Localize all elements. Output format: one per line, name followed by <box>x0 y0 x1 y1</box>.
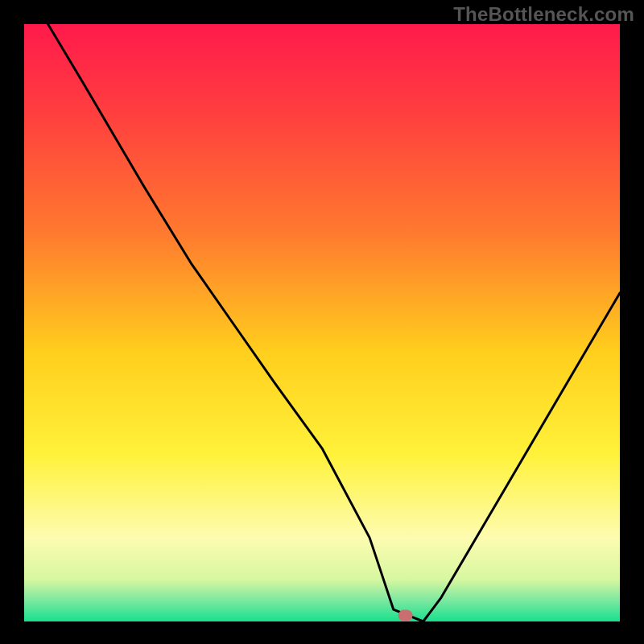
watermark-text: TheBottleneck.com <box>453 3 634 26</box>
optimal-marker <box>398 610 413 621</box>
plot-background <box>24 24 620 621</box>
chart-frame: TheBottleneck.com <box>0 0 644 644</box>
bottleneck-chart <box>0 0 644 644</box>
